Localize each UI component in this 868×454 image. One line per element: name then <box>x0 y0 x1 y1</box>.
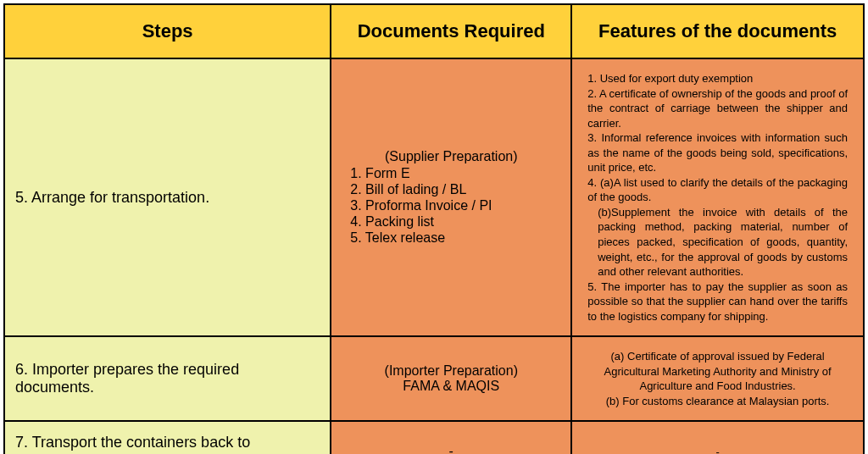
table-row: 6. Importer prepares the required docume… <box>4 336 864 421</box>
docs-5: (Supplier Preparation) 1. Form E 2. Bill… <box>331 58 571 336</box>
docs-5-item: 2. Bill of lading / BL <box>350 182 552 197</box>
feature-5-item: 2. A certificate of ownership of the goo… <box>587 86 848 131</box>
header-row: Steps Documents Required Features of the… <box>4 4 864 58</box>
docs-5-item: 5. Telex release <box>350 230 552 246</box>
step-7: 7. Transport the containers back to ware… <box>4 421 331 454</box>
feature-5-item: 4. (a)A list used to clarify the details… <box>587 175 848 205</box>
docs-6-note: (Importer Preparation) <box>350 363 552 379</box>
docs-6-line: FAMA & MAQIS <box>350 379 552 394</box>
import-steps-table: Steps Documents Required Features of the… <box>3 3 865 454</box>
feature-5-item: 1. Used for export duty exemption <box>587 71 848 86</box>
step-5: 5. Arrange for transportation. <box>4 58 331 336</box>
feature-6-item: (b) For customs clearance at Malaysian p… <box>587 394 848 409</box>
docs-5-item: 1. Form E <box>350 166 552 181</box>
feature-6-item: (a) Certificate of approval issued by Fe… <box>587 349 848 394</box>
docs-5-item: 4. Packing list <box>350 214 552 230</box>
header-steps: Steps <box>4 4 331 58</box>
docs-5-item: 3. Proforma Invoice / PI <box>350 198 552 213</box>
features-6: (a) Certificate of approval issued by Fe… <box>571 336 864 421</box>
table-row: 7. Transport the containers back to ware… <box>4 421 864 454</box>
feature-5-item: 5. The importer has to pay the supplier … <box>587 280 848 324</box>
table-row: 5. Arrange for transportation. (Supplier… <box>4 58 864 336</box>
feature-5-item: 3. Informal reference invoices with info… <box>587 130 848 175</box>
features-5: 1. Used for export duty exemption 2. A c… <box>571 58 864 336</box>
feature-5-item-sub: (b)Supplement the invoice with details o… <box>587 205 848 280</box>
docs-5-note: (Supplier Preparation) <box>350 149 552 164</box>
header-docs: Documents Required <box>331 4 571 58</box>
step-6: 6. Importer prepares the required docume… <box>4 336 331 421</box>
features-7: - <box>571 421 864 454</box>
docs-7: - <box>331 421 571 454</box>
header-features: Features of the documents <box>571 4 864 58</box>
docs-6: (Importer Preparation) FAMA & MAQIS <box>331 336 571 421</box>
docs-5-list: 1. Form E 2. Bill of lading / BL 3. Prof… <box>350 166 552 246</box>
